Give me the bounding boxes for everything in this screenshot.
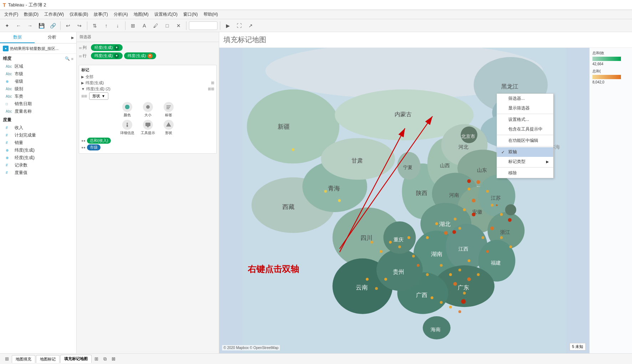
label-icon <box>164 102 174 112</box>
menu-analysis[interactable]: 分析(A) <box>111 11 131 18</box>
row-pill-lat1[interactable]: 纬度(生成) ▼ <box>91 52 123 59</box>
ctx-show-filter[interactable]: 显示筛选器 <box>497 103 553 113</box>
dim-measurename[interactable]: Abc 度量名称 <box>0 108 76 115</box>
toolbar-clear[interactable]: ✕ <box>174 21 184 31</box>
toolbar-sort-desc[interactable]: ↓ <box>113 21 123 31</box>
toolbar-highlight[interactable]: 🖊 <box>151 21 161 31</box>
toolbar-fit[interactable]: ⊞ <box>128 21 138 31</box>
dim-quyv[interactable]: Abc 区域 <box>0 63 76 70</box>
measure-count[interactable]: # 记录数 <box>0 162 76 169</box>
toolbar-text[interactable]: □ <box>162 21 172 31</box>
dim-label-city: 市级 <box>15 71 23 77</box>
dimensions-header: 维度 🔍 ≡ <box>0 54 76 63</box>
ctx-remove[interactable]: 移除 <box>497 168 553 178</box>
ctx-format[interactable]: 设置格式... <box>497 115 553 124</box>
svg-point-94 <box>440 264 443 267</box>
measure-label-lat: 纬度(生成) <box>15 147 35 153</box>
measure-prefix-hash: # <box>6 133 13 137</box>
svg-text:江西: 江西 <box>458 246 468 252</box>
dim-province[interactable]: ⊕ 省级 <box>0 78 76 85</box>
marks-size-item[interactable]: 大小 <box>139 102 157 118</box>
marks-income-pill[interactable]: 总和(收入) <box>87 138 111 144</box>
measure-lat[interactable]: ⊕ 纬度(生成) <box>0 147 76 154</box>
tooltip-icon <box>143 120 153 130</box>
row-pill-lat2[interactable]: 纬度(生成) ▼ <box>124 52 156 59</box>
ctx-edit[interactable]: 在功能区中编辑 <box>497 136 553 145</box>
toolbar-fullscreen[interactable]: ⛶ <box>234 21 244 31</box>
tab-data[interactable]: 数据 <box>0 32 35 43</box>
menu-worksheet[interactable]: 工作表(W) <box>41 11 67 18</box>
menu-data[interactable]: 数据(D) <box>21 11 41 18</box>
dim-level[interactable]: Abc 级别 <box>0 85 76 93</box>
menu-map[interactable]: 地图(M) <box>131 11 151 18</box>
toolbar-undo[interactable]: ↩ <box>63 21 73 31</box>
dim-cartype[interactable]: Abc 车类 <box>0 93 76 100</box>
measure-prefix-hash: # <box>6 141 13 145</box>
tab-analysis[interactable]: 分析 <box>35 32 69 43</box>
col-pill-lon[interactable]: 经度(生成) ▼ <box>91 44 123 51</box>
toolbar-share[interactable]: ↗ <box>246 21 256 31</box>
ctx-marktype-arrow: ▶ <box>546 160 549 164</box>
svg-point-92 <box>477 273 480 276</box>
map-container[interactable]: 新疆 西藏 青海 四川 云南 贵州 广西 湖南 湖北 重庆 陕西 甘肃 内蒙古 … <box>219 48 632 353</box>
svg-point-98 <box>389 241 392 243</box>
marks-color-item[interactable]: 颜色 <box>118 102 136 118</box>
marks-city-pill[interactable]: 市级 <box>87 144 101 150</box>
menu-story[interactable]: 故事(T) <box>91 11 111 18</box>
measure-sales[interactable]: # 销量 <box>0 139 76 147</box>
measure-value[interactable]: # 度量值 <box>0 169 76 176</box>
menu-help[interactable]: 帮助(H) <box>201 11 221 18</box>
row-pill1-dropdown[interactable]: ▼ <box>114 53 119 58</box>
marks-label-item[interactable]: 标签 <box>160 102 178 118</box>
marks-detail-item[interactable]: 详细信息 <box>118 120 136 135</box>
legend-value2: 8,042,0 <box>592 80 629 84</box>
toolbar-present[interactable]: ▶ <box>223 21 233 31</box>
ctx-filter[interactable]: 筛选器... <box>497 94 553 103</box>
toolbar-save[interactable]: 💾 <box>36 21 46 31</box>
dimensions-menu-icon[interactable]: ≡ <box>71 57 73 61</box>
menu-window[interactable]: 窗口(N) <box>180 11 201 18</box>
dup-sheet-icon[interactable]: ⧉ <box>101 355 109 363</box>
menu-dashboard[interactable]: 仪表板(B) <box>67 11 91 18</box>
measure-income[interactable]: # 收入 <box>0 124 76 132</box>
del-sheet-icon[interactable]: ⊠ <box>109 355 118 363</box>
window-title: Tableau - 工作簿 2 <box>8 2 46 8</box>
tab-filledmap[interactable]: 填充标记地图 <box>60 355 92 363</box>
marks-shape-select[interactable]: 形状 ▼ <box>89 92 108 100</box>
ctx-dualaxis[interactable]: ✓ 双轴 <box>497 147 553 157</box>
ctx-marktype[interactable]: 标记类型 ▶ <box>497 157 553 166</box>
data-source-name[interactable]: 热销乘用车销量数据_按区... <box>10 46 73 51</box>
tab-mapfill[interactable]: 地图填充 <box>12 355 35 363</box>
svg-point-121 <box>508 218 512 222</box>
toolbar-sort-asc[interactable]: ↑ <box>101 21 111 31</box>
toolbar-forward[interactable]: → <box>25 21 35 31</box>
toolbar-new[interactable]: ✦ <box>2 21 12 31</box>
toolbar-back[interactable]: ← <box>14 21 24 31</box>
menu-file[interactable]: 文件(F) <box>1 11 21 18</box>
toolbar-redo[interactable]: ↪ <box>74 21 84 31</box>
dim-city[interactable]: Abc 市级 <box>0 70 76 78</box>
menu-format[interactable]: 设置格式(O) <box>151 11 180 18</box>
marks-field-income: ●● 总和(收入) <box>81 138 214 144</box>
row-pill2-dropdown[interactable]: ▼ <box>148 53 153 58</box>
ctx-tooltip[interactable]: 包含在工具提示中 <box>497 124 553 134</box>
toolbar-label[interactable]: A <box>139 21 149 31</box>
left-panel-collapse[interactable]: ▶ <box>69 32 76 43</box>
tab-mapmark[interactable]: 地图标记 <box>36 355 60 363</box>
datasource-icon[interactable]: ⊞ <box>3 355 11 363</box>
toolbar-addds[interactable]: 🔗 <box>48 21 58 31</box>
canvas-title: 填充标记地图 <box>223 35 266 45</box>
marks-tooltip-item[interactable]: 工具提示 <box>139 120 157 135</box>
toolbar-search[interactable] <box>189 21 217 30</box>
dim-saledate[interactable]: □ 销售日期 <box>0 100 76 108</box>
toolbar-swap[interactable]: ⇅ <box>90 21 100 31</box>
marks-shape-item[interactable]: 形状 <box>160 120 178 135</box>
dim-label-saledate: 销售日期 <box>15 101 32 107</box>
measure-plan[interactable]: # 计划完成量 <box>0 132 76 139</box>
col-pill-dropdown[interactable]: ▼ <box>114 45 119 50</box>
new-sheet-icon[interactable]: ⊞ <box>92 355 101 363</box>
measure-lon[interactable]: ⊕ 经度(生成) <box>0 154 76 162</box>
legend-item2: 总和( 8,042,0 <box>592 69 629 84</box>
dimensions-search-icon[interactable]: 🔍 <box>65 56 70 61</box>
context-menu: 筛选器... 显示筛选器 设置格式... 包含在工具提示中 <box>497 93 554 178</box>
